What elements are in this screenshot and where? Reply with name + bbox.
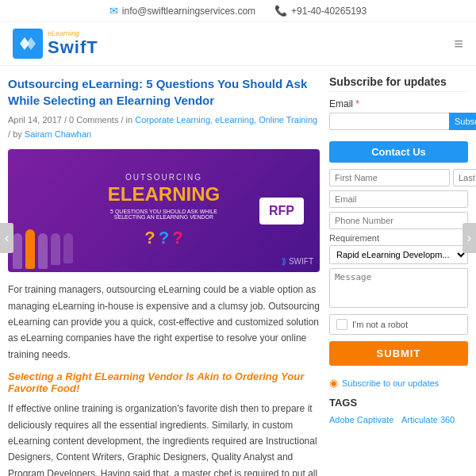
person-orange — [25, 229, 35, 269]
logo-swift: SwifT — [48, 38, 98, 57]
name-row — [329, 169, 468, 186]
person-silhouette — [38, 233, 48, 269]
qmark-1: ? — [144, 228, 155, 248]
contact-form: Requirement Rapid eLearning Developm... … — [329, 169, 468, 366]
next-nav-arrow[interactable]: › — [463, 223, 476, 253]
sidebar: Subscribe for updates Email * Subscrib C… — [329, 75, 468, 476]
captcha-label: I'm not a robot — [352, 320, 408, 329]
hero-questions1: 5 QUESTIONS YOU SHOULD ASK WHILE — [108, 209, 220, 214]
contact-section: Contact Us Requirement Rapid eLearning D… — [329, 141, 468, 366]
article-categories[interactable]: Corporate Learning, eLearning, Online Tr… — [135, 115, 317, 125]
message-textarea[interactable] — [329, 268, 468, 308]
requirement-select[interactable]: Rapid eLearning Developm... — [329, 245, 468, 264]
article-author[interactable]: Sairam Chawhan — [25, 129, 91, 139]
hero-outsourcing: OUTSOURCING — [108, 173, 220, 182]
hero-content: OUTSOURCING ELEARNING 5 QUESTIONS YOU SH… — [108, 173, 220, 248]
hero-image: OUTSOURCING ELEARNING 5 QUESTIONS YOU SH… — [8, 149, 320, 272]
contact-email-input[interactable] — [329, 190, 468, 208]
article-body-2: If effective online training is organiza… — [8, 401, 320, 476]
tag-adobe-captivate[interactable]: Adobe Captivate — [329, 415, 393, 424]
submit-button[interactable]: SUBMIT — [329, 341, 468, 366]
subscribe-title: Subscribe for updates — [329, 75, 468, 92]
first-name-input[interactable] — [329, 169, 450, 186]
chevron-left-icon: ‹ — [5, 231, 9, 244]
qmark-3: ? — [172, 228, 182, 248]
hero-swift-brand: ⟫ SWIFT — [282, 257, 313, 266]
email-address: info@swiftlearningservices.com — [122, 6, 255, 17]
subscribe-updates-row: ◉ Subscribe to our updates — [329, 377, 468, 389]
article-by-label: by — [13, 129, 22, 139]
subscribe-form: Email * Subscrib — [329, 98, 468, 130]
hamburger-menu[interactable]: ≡ — [454, 35, 463, 53]
logo-icon — [13, 29, 43, 59]
person-silhouette — [13, 233, 22, 269]
article-comments: 0 Comments — [69, 115, 118, 125]
people-row — [8, 230, 78, 272]
person-silhouette — [63, 233, 73, 263]
phone-icon: 📞 — [274, 5, 287, 17]
question-marks: ? ? ? — [108, 228, 220, 248]
article-title: Outsourcing eLearning: 5 Questions You S… — [8, 75, 320, 109]
email-contact: ✉ info@swiftlearningservices.com — [109, 5, 255, 17]
email-label: Email * — [329, 98, 468, 109]
article-date: April 14, 2017 — [8, 115, 62, 125]
article-in-label: in — [126, 115, 133, 125]
subscribe-button[interactable]: Subscrib — [449, 113, 476, 130]
content-area: Outsourcing eLearning: 5 Questions You S… — [8, 75, 329, 476]
captcha-row: I'm not a robot — [329, 314, 468, 335]
captcha-checkbox[interactable] — [336, 319, 347, 330]
prev-nav-arrow[interactable]: ‹ — [0, 223, 13, 253]
chevron-right-icon: › — [467, 231, 471, 244]
rss-icon: ◉ — [329, 377, 338, 389]
last-name-input[interactable] — [453, 169, 476, 186]
required-star: * — [355, 98, 359, 109]
subscribe-updates-link[interactable]: Subscribe to our updates — [342, 378, 439, 388]
phone-input[interactable] — [329, 212, 468, 229]
logo[interactable]: eLearning SwifT — [13, 29, 98, 59]
phone-number: +91-40-40265193 — [291, 6, 367, 17]
subscribe-email-input[interactable] — [329, 113, 449, 130]
qmark-2: ? — [159, 228, 169, 248]
rfp-badge: RFP — [259, 198, 304, 225]
hero-questions2: SELECTING AN ELEARNING VENDOR — [108, 214, 220, 220]
tag-articulate-360[interactable]: Articulate 360 — [401, 415, 455, 424]
hero-elearning: ELEARNING — [108, 183, 220, 205]
article-body-1: For training managers, outsourcing eLear… — [8, 282, 320, 363]
person-silhouette — [51, 233, 60, 265]
tags-section: TAGS Adobe Captivate Articulate 360 — [329, 397, 468, 425]
top-bar: ✉ info@swiftlearningservices.com 📞 +91-4… — [0, 0, 476, 22]
article-subheading: Selecting a Right ELearning Vendor Is Ak… — [8, 370, 320, 394]
main-layout: Outsourcing eLearning: 5 Questions You S… — [0, 66, 476, 476]
email-row: Subscrib — [329, 113, 468, 130]
subscribe-section: Subscribe for updates Email * Subscrib — [329, 75, 468, 130]
tags-title: TAGS — [329, 397, 468, 409]
phone-contact: 📞 +91-40-40265193 — [274, 5, 367, 17]
site-header: eLearning SwifT ≡ — [0, 22, 476, 66]
contact-title: Contact Us — [329, 141, 468, 163]
article-meta: April 14, 2017 / 0 Comments / in Corpora… — [8, 113, 320, 141]
logo-text: eLearning SwifT — [48, 30, 98, 57]
requirement-label: Requirement — [329, 233, 468, 243]
email-icon: ✉ — [109, 5, 118, 17]
